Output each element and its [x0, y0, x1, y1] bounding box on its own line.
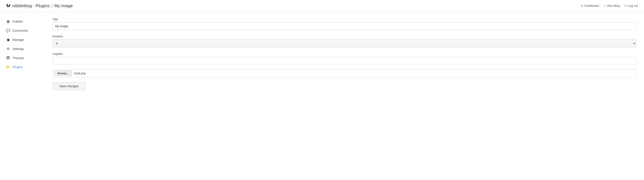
position-label: Position [52, 35, 636, 38]
view-blog-label: View Blog [606, 4, 620, 7]
themes-icon: 🖼 [6, 56, 10, 60]
dashboard-label: Dashboard [584, 4, 599, 7]
title-field-group: Title [52, 18, 636, 30]
sidebar: ▦ Publish 💬 Comments ◼ Manage ⚙ Settings… [0, 12, 45, 179]
sidebar-item-publish[interactable]: ▦ Publish [0, 17, 44, 26]
log-out-label: Log out [628, 4, 638, 7]
browse-button[interactable]: Browse... [55, 71, 72, 76]
manage-icon: ◼ [6, 38, 10, 42]
file-input-row: Browse... shell.php [52, 69, 636, 77]
sidebar-item-label-plugins: Plugins [12, 65, 23, 69]
dashboard-link[interactable]: ⊙ Dashboard [581, 4, 599, 7]
position-field-group: Position 4 1 2 3 5 [52, 35, 636, 47]
sidebar-item-label-manage: Manage [12, 38, 24, 41]
sidebar-item-plugins[interactable]: 📁 Plugins [0, 62, 44, 71]
view-blog-link[interactable]: ⌂ View Blog [604, 4, 620, 7]
page-title: nibbleblog - Plugins :: My image [12, 3, 73, 8]
file-name-display: shell.php [74, 72, 86, 75]
top-bar: 🐿 nibbleblog - Plugins :: My image ⊙ Das… [0, 0, 644, 12]
plugins-icon: 📁 [6, 65, 10, 69]
sidebar-item-themes[interactable]: 🖼 Themes [0, 53, 44, 62]
caption-input[interactable] [52, 57, 636, 64]
top-bar-left: 🐿 nibbleblog - Plugins :: My image [6, 3, 73, 8]
home-icon: ⌂ [604, 4, 606, 7]
publish-icon: ▦ [6, 19, 10, 23]
log-out-link[interactable]: ↪ Log out [624, 4, 638, 7]
sidebar-item-comments[interactable]: 💬 Comments [0, 26, 44, 35]
title-input[interactable] [52, 22, 636, 30]
title-label: Title [52, 18, 636, 21]
position-select[interactable]: 4 1 2 3 5 [52, 39, 636, 47]
sidebar-item-manage[interactable]: ◼ Manage [0, 35, 44, 44]
logout-icon: ↪ [624, 4, 627, 7]
dashboard-icon: ⊙ [581, 4, 583, 7]
site-logo-icon: 🐿 [6, 3, 11, 8]
sidebar-item-label-themes: Themes [12, 56, 24, 60]
main-content: Title Position 4 1 2 3 5 Caption Browse.… [45, 12, 644, 179]
sidebar-item-settings[interactable]: ⚙ Settings [0, 44, 44, 53]
comments-icon: 💬 [6, 28, 10, 32]
layout: ▦ Publish 💬 Comments ◼ Manage ⚙ Settings… [0, 12, 644, 179]
save-changes-button[interactable]: Save changes [52, 82, 86, 90]
sidebar-item-label-settings: Settings [12, 47, 24, 51]
sidebar-item-label-comments: Comments [12, 29, 28, 32]
top-bar-nav: ⊙ Dashboard ⌂ View Blog ↪ Log out [581, 4, 638, 7]
sidebar-item-label-publish: Publish [12, 19, 23, 23]
settings-icon: ⚙ [6, 47, 10, 51]
caption-field-group: Caption [52, 52, 636, 64]
caption-label: Caption [52, 52, 636, 55]
